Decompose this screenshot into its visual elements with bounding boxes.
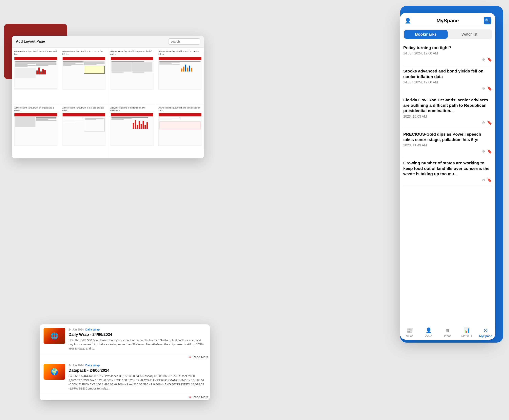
layout-cell-label: A two-column layout with two text boxes … xyxy=(158,106,202,112)
article-date: 14 Jun 2024, 12:00 AM xyxy=(403,52,492,55)
layout-cell[interactable]: A two-column layout with top text boxes … xyxy=(12,47,60,104)
layout-cell[interactable]: A two-column layout with an image and a … xyxy=(12,104,60,159)
bookmark-icon[interactable]: 🔖 xyxy=(487,57,492,62)
layout-cell-preview xyxy=(14,113,57,146)
news-content: 24 Jun 2024 Daily Wrap Daily Wrap - 24/0… xyxy=(68,328,206,351)
layout-cell[interactable]: A two-column layout with a text box on t… xyxy=(60,47,108,104)
read-more-button[interactable]: Read More xyxy=(193,355,208,359)
nav-item-myspace[interactable]: ⊙ MySpace xyxy=(476,327,495,338)
news-panel: 🌐 24 Jun 2024 Daily Wrap Daily Wrap - 24… xyxy=(40,324,210,400)
article-title: PRECIOUS-Gold dips as Powell speech take… xyxy=(403,131,492,142)
news-body: US -The S&P 500 ticked lower Friday as s… xyxy=(68,338,206,351)
layout-cell-label: A two-column layout with a text box and … xyxy=(62,106,105,112)
layout-cell[interactable]: A two-column layout with two text boxes … xyxy=(156,104,204,159)
news-item: 🌐 24 Jun 2024 Daily Wrap Daily Wrap - 24… xyxy=(40,324,210,354)
myspace-article-item: PRECIOUS-Gold dips as Powell speech take… xyxy=(403,128,492,157)
news-icon: 📰 xyxy=(406,327,413,333)
news-date: 24 Jun 2024 xyxy=(68,364,84,367)
nav-label-myspace: MySpace xyxy=(479,334,492,338)
nav-item-news[interactable]: 📰 News xyxy=(400,327,419,338)
myspace-article-item: Florida Gov. Ron DeSantis' senior advise… xyxy=(403,94,492,128)
layout-cell-preview xyxy=(111,57,154,90)
article-date: 2023, 10:03 AM xyxy=(403,115,492,119)
layout-cell[interactable]: A two-column layout with a text box on t… xyxy=(156,47,204,104)
news-meta: 24 Jun 2024 Daily Wrap xyxy=(68,328,206,331)
news-date: 24 Jun 2024 xyxy=(68,328,84,331)
layout-cell-label: A two-column layout with top text boxes … xyxy=(14,50,57,56)
nav-item-markets[interactable]: 📊 Markets xyxy=(457,327,476,338)
layout-cell-preview xyxy=(111,113,154,146)
email-icon: ✉ xyxy=(188,395,191,399)
share-icon[interactable]: ⎋ xyxy=(482,149,485,154)
myspace-articles: Policy turning too tight? 14 Jun 2024, 1… xyxy=(400,42,495,325)
news-meta: 24 Jun 2024 Daily Wrap xyxy=(68,364,206,367)
news-title: Daily Wrap - 24/06/2024 xyxy=(68,332,206,337)
search-icon[interactable]: 🔍 xyxy=(484,17,491,24)
nav-label-views: Views xyxy=(425,334,433,338)
myspace-bottom-nav: 📰 News 👤 Views ≋ Ideas 📊 Markets ⊙ MySpa… xyxy=(400,325,495,340)
layout-cell-preview xyxy=(158,113,202,146)
news-thumbnail: 🌍 xyxy=(44,364,65,380)
myspace-header: 👤 MySpace 🔍 xyxy=(400,13,495,27)
nav-label-ideas: Ideas xyxy=(444,334,451,338)
share-icon[interactable]: ⎋ xyxy=(482,120,485,125)
layout-cell[interactable]: A two-column layout with images on the l… xyxy=(108,47,156,104)
share-icon[interactable]: ⎋ xyxy=(482,178,485,182)
markets-icon: 📊 xyxy=(464,327,470,333)
layout-search-input[interactable] xyxy=(168,38,200,45)
ideas-icon: ≋ xyxy=(445,327,450,333)
layout-panel: Add Layout Page A two-column layout with… xyxy=(12,36,204,158)
layout-cell-preview xyxy=(62,57,105,90)
news-category: Daily Wrap xyxy=(85,364,100,367)
layout-cell[interactable]: A two-column layout with a text box and … xyxy=(60,104,108,159)
news-body: S&P 500 5,464.62 -0.16% Dow Jones 39,150… xyxy=(68,374,206,390)
layout-cell-label: A two-column layout with images on the l… xyxy=(111,50,154,56)
article-title: Policy turning too tight? xyxy=(403,45,492,50)
article-actions: ⎋ 🔖 xyxy=(403,57,492,62)
layout-panel-title: Add Layout Page xyxy=(16,39,45,44)
layout-cell-label: A layout featuring a top text box, two e… xyxy=(111,106,154,112)
nav-item-views[interactable]: 👤 Views xyxy=(419,327,438,338)
myspace-article-item: Stocks advanced and bond yields fell on … xyxy=(403,65,492,94)
news-title: Datapack - 24/06/2024 xyxy=(68,368,206,373)
news-item: 🌍 24 Jun 2024 Daily Wrap Datapack - 24/0… xyxy=(40,360,210,394)
myspace-title: MySpace xyxy=(412,18,484,24)
article-title: Growing number of states are working to … xyxy=(403,160,492,176)
article-actions: ⎋ 🔖 xyxy=(403,120,492,125)
nav-label-markets: Markets xyxy=(461,334,472,338)
layout-panel-header: Add Layout Page xyxy=(12,36,204,47)
share-icon[interactable]: ⎋ xyxy=(482,57,485,62)
share-icon[interactable]: ⎋ xyxy=(482,86,485,91)
article-date: 2023, 11:49 AM xyxy=(403,143,492,147)
tab-watchlist[interactable]: Watchlist xyxy=(448,30,491,39)
views-icon: 👤 xyxy=(426,327,432,333)
layout-grid: A two-column layout with top text boxes … xyxy=(12,47,204,158)
news-thumbnail: 🌐 xyxy=(44,328,65,344)
bookmark-icon[interactable]: 🔖 xyxy=(487,120,492,125)
myspace-article-item: Growing number of states are working to … xyxy=(403,157,492,186)
nav-label-news: News xyxy=(406,334,413,338)
bookmark-icon[interactable]: 🔖 xyxy=(487,178,492,182)
bookmark-icon[interactable]: 🔖 xyxy=(487,86,492,91)
layout-cell-preview xyxy=(158,57,202,90)
user-icon[interactable]: 👤 xyxy=(404,17,412,24)
bookmark-icon[interactable]: 🔖 xyxy=(487,149,492,154)
layout-cell-label: A two-column layout with an image and a … xyxy=(14,106,57,112)
tab-bookmarks[interactable]: Bookmarks xyxy=(404,30,448,39)
myspace-tabs: Bookmarks Watchlist xyxy=(403,29,492,39)
nav-item-ideas[interactable]: ≋ Ideas xyxy=(438,327,457,338)
news-footer: ✉ Read More xyxy=(40,394,210,400)
article-actions: ⎋ 🔖 xyxy=(403,149,492,154)
myspace-article-item: Policy turning too tight? 14 Jun 2024, 1… xyxy=(403,42,492,65)
article-actions: ⎋ 🔖 xyxy=(403,178,492,182)
article-title: Florida Gov. Ron DeSantis' senior advise… xyxy=(403,97,492,113)
article-title: Stocks advanced and bond yields fell on … xyxy=(403,68,492,79)
layout-cell-label: A two-column layout with a text box on t… xyxy=(158,50,202,56)
read-more-button[interactable]: Read More xyxy=(193,396,208,399)
email-icon: ✉ xyxy=(188,355,191,360)
layout-cell-label: A two-column layout with a text box on t… xyxy=(62,50,105,56)
layout-cell-preview xyxy=(62,113,105,146)
layout-cell-preview xyxy=(14,57,57,90)
news-footer: ✉ Read More xyxy=(40,354,210,360)
layout-cell[interactable]: A layout featuring a top text box, two e… xyxy=(108,104,156,159)
